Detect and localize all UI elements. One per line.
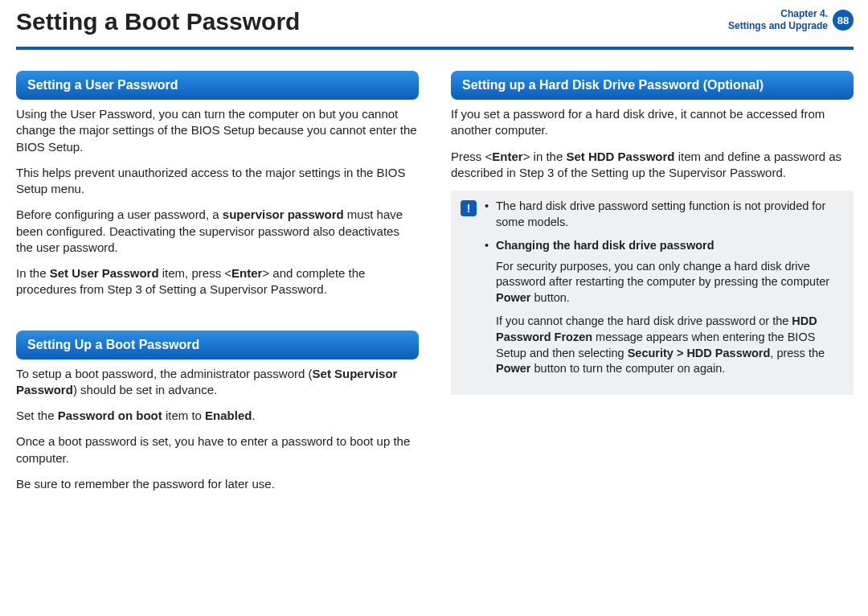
paragraph: If you set a password for a hard disk dr… xyxy=(451,106,854,139)
chapter-line1: Chapter 4. xyxy=(780,8,828,19)
paragraph: Be sure to remember the password for lat… xyxy=(16,476,419,492)
section-heading-user-password: Setting a User Password xyxy=(16,71,419,100)
chapter-line2: Settings and Upgrade xyxy=(728,20,828,31)
left-column: Setting a User Password Using the User P… xyxy=(16,58,419,502)
header: Setting a Boot Password Chapter 4. Setti… xyxy=(16,8,854,47)
document-page: Setting a Boot Password Chapter 4. Setti… xyxy=(0,0,868,502)
section-heading-hdd-password: Setting up a Hard Disk Drive Password (O… xyxy=(451,71,854,100)
paragraph: Once a boot password is set, you have to… xyxy=(16,433,419,466)
note-body: The hard disk drive password setting fun… xyxy=(485,199,844,385)
paragraph: This helps prevent unauthorized access t… xyxy=(16,165,419,198)
paragraph: Press <Enter> in the Set HDD Password it… xyxy=(451,149,854,182)
page-number-badge: 88 xyxy=(833,10,854,31)
page-title: Setting a Boot Password xyxy=(16,8,300,35)
chapter-info: Chapter 4. Settings and Upgrade 88 xyxy=(728,8,854,32)
alert-icon: ! xyxy=(461,200,477,216)
note-item: Changing the hard disk drive password Fo… xyxy=(485,238,844,377)
note-box: ! The hard disk drive password setting f… xyxy=(451,191,854,395)
note-paragraph: For security purposes, you can only chan… xyxy=(496,259,844,306)
chapter-text: Chapter 4. Settings and Upgrade xyxy=(728,8,828,32)
paragraph: Set the Password on boot item to Enabled… xyxy=(16,408,419,424)
content-columns: Setting a User Password Using the User P… xyxy=(16,58,854,502)
paragraph: To setup a boot password, the administra… xyxy=(16,366,419,399)
note-paragraph: If you cannot change the hard disk drive… xyxy=(496,314,844,376)
paragraph: Using the User Password, you can turn th… xyxy=(16,106,419,155)
paragraph: Before configuring a user password, a su… xyxy=(16,207,419,256)
paragraph: In the Set User Password item, press <En… xyxy=(16,265,419,298)
section-heading-boot-password: Setting Up a Boot Password xyxy=(16,331,419,359)
right-column: Setting up a Hard Disk Drive Password (O… xyxy=(451,58,854,502)
header-rule xyxy=(16,47,854,50)
note-subtitle: Changing the hard disk drive password xyxy=(496,239,714,252)
note-item: The hard disk drive password setting fun… xyxy=(485,199,844,230)
